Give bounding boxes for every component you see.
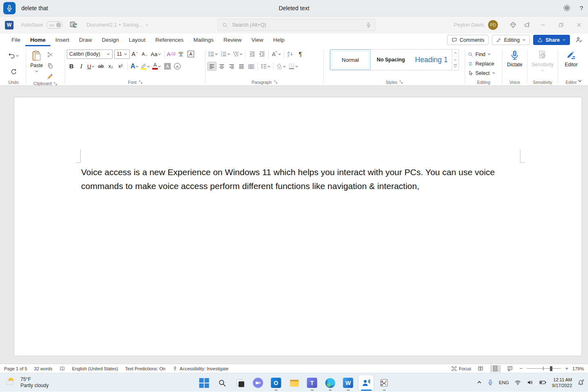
- italic-button[interactable]: I: [77, 62, 86, 71]
- align-left-button[interactable]: [207, 62, 217, 71]
- editor-button[interactable]: Editor: [562, 48, 580, 79]
- dictation-mic-icon[interactable]: [366, 22, 371, 28]
- tab-file[interactable]: File: [7, 34, 25, 46]
- phonetic-guide-button[interactable]: abcA: [176, 50, 186, 59]
- clock[interactable]: 12:11 AM 9/17/2022: [552, 377, 572, 388]
- voice-settings-button[interactable]: [563, 4, 571, 12]
- font-name-combo[interactable]: Calibri (Body): [67, 50, 113, 59]
- styles-scroll-up-button[interactable]: [452, 50, 459, 56]
- zoom-slider[interactable]: [527, 368, 561, 369]
- shading-button[interactable]: [275, 62, 287, 71]
- copy-button[interactable]: [45, 61, 55, 70]
- weather-widget[interactable]: 75°F Partly cloudy: [5, 376, 49, 389]
- tab-view[interactable]: View: [247, 34, 268, 46]
- superscript-button[interactable]: x²: [116, 62, 125, 71]
- decrease-indent-button[interactable]: [247, 50, 257, 59]
- select-button[interactable]: Select: [467, 69, 500, 77]
- outlook-button[interactable]: O: [269, 375, 284, 390]
- hidden-icons-button[interactable]: [477, 380, 482, 385]
- bullet-list-button[interactable]: [207, 50, 219, 59]
- grow-font-button[interactable]: A: [130, 50, 140, 59]
- document-area[interactable]: Voice access is a new Experience on Wind…: [0, 86, 588, 364]
- search-box[interactable]: [217, 19, 376, 31]
- proofing-errors-icon[interactable]: [59, 366, 65, 372]
- notification-bell-icon[interactable]: [577, 379, 585, 386]
- sort-button[interactable]: AZ: [286, 50, 295, 59]
- close-button[interactable]: [570, 16, 588, 34]
- zoom-in-button[interactable]: +: [565, 365, 568, 372]
- language-indicator[interactable]: English (United States): [72, 366, 118, 371]
- tab-layout[interactable]: Layout: [124, 34, 151, 46]
- distribute-button[interactable]: [247, 62, 256, 71]
- accessibility-indicator[interactable]: Accessibility: Investigate: [172, 366, 228, 371]
- underline-button[interactable]: U: [86, 62, 96, 71]
- tab-review[interactable]: Review: [219, 34, 247, 46]
- document-title[interactable]: Document2.1 • Saving...: [86, 22, 148, 28]
- text-predictions-indicator[interactable]: Text Predictions: On: [125, 366, 165, 371]
- repeat-button[interactable]: [10, 68, 17, 75]
- volume-icon[interactable]: [527, 379, 534, 386]
- task-view-button[interactable]: [233, 375, 248, 390]
- tab-help[interactable]: Help: [268, 34, 289, 46]
- edge-button[interactable]: [323, 375, 338, 390]
- minimize-button[interactable]: [534, 16, 552, 34]
- teams-button[interactable]: T: [305, 375, 320, 390]
- format-painter-button[interactable]: [45, 72, 55, 81]
- zoom-slider-thumb[interactable]: [550, 366, 552, 371]
- snipping-tool-button[interactable]: [377, 375, 392, 390]
- focus-button[interactable]: Focus: [451, 366, 471, 372]
- presence-person-icon[interactable]: [573, 35, 584, 45]
- numbered-list-button[interactable]: [219, 50, 231, 59]
- autosave-toggle[interactable]: On: [46, 21, 63, 29]
- cut-button[interactable]: [45, 50, 55, 59]
- battery-icon[interactable]: [539, 378, 547, 386]
- voice-help-button[interactable]: ?: [580, 5, 583, 11]
- word-button[interactable]: W: [341, 375, 356, 390]
- character-border-button[interactable]: A: [186, 50, 196, 59]
- editing-mode-button[interactable]: Editing: [492, 35, 530, 45]
- word-count[interactable]: 32 words: [34, 366, 52, 371]
- document-page[interactable]: Voice access is a new Experience on Wind…: [14, 97, 581, 356]
- shrink-font-button[interactable]: A: [140, 50, 149, 59]
- style-heading-1[interactable]: Heading 1: [411, 50, 452, 70]
- tab-design[interactable]: Design: [97, 34, 124, 46]
- show-paragraph-marks-button[interactable]: ¶: [296, 50, 305, 59]
- text-effects-button[interactable]: A: [130, 62, 140, 71]
- premium-diamond-icon[interactable]: [506, 16, 520, 34]
- tab-references[interactable]: References: [150, 34, 188, 46]
- line-spacing-button[interactable]: [260, 62, 271, 71]
- start-button[interactable]: [197, 375, 212, 390]
- font-size-combo[interactable]: 11: [114, 50, 130, 59]
- dialog-launcher-icon[interactable]: [399, 80, 403, 84]
- language-switcher[interactable]: ENG: [499, 380, 509, 385]
- save-button[interactable]: [69, 21, 77, 29]
- file-explorer-button[interactable]: [287, 375, 302, 390]
- zoom-level[interactable]: 179%: [572, 366, 584, 371]
- strikethrough-button[interactable]: ab: [96, 62, 106, 71]
- comments-button[interactable]: Comments: [447, 35, 488, 45]
- font-color-button[interactable]: A: [152, 62, 162, 71]
- avatar[interactable]: PD: [488, 20, 498, 30]
- highlight-button[interactable]: [140, 62, 151, 71]
- asian-layout-button[interactable]: [270, 50, 282, 59]
- align-right-button[interactable]: [227, 62, 236, 71]
- whats-new-megaphone-icon[interactable]: [520, 16, 534, 34]
- page-indicator[interactable]: Page 1 of 5: [4, 366, 27, 371]
- print-layout-button[interactable]: [490, 365, 501, 372]
- collapse-ribbon-button[interactable]: [577, 79, 582, 83]
- sensitivity-button[interactable]: Sensitivity: [529, 48, 556, 79]
- clear-formatting-button[interactable]: A⌫: [167, 50, 176, 59]
- restore-button[interactable]: [552, 16, 570, 34]
- increase-indent-button[interactable]: [257, 50, 267, 59]
- borders-button[interactable]: [287, 62, 299, 71]
- undo-button[interactable]: [8, 52, 19, 60]
- dialog-launcher-icon[interactable]: [139, 80, 142, 84]
- read-mode-button[interactable]: [475, 365, 486, 372]
- voice-access-taskbar-button[interactable]: [359, 375, 374, 390]
- dialog-launcher-icon[interactable]: [274, 80, 278, 84]
- tab-mailings[interactable]: Mailings: [188, 34, 219, 46]
- tab-draw[interactable]: Draw: [74, 34, 97, 46]
- chat-button[interactable]: [251, 375, 266, 390]
- tab-insert[interactable]: Insert: [50, 34, 74, 46]
- multilevel-list-button[interactable]: [232, 50, 244, 59]
